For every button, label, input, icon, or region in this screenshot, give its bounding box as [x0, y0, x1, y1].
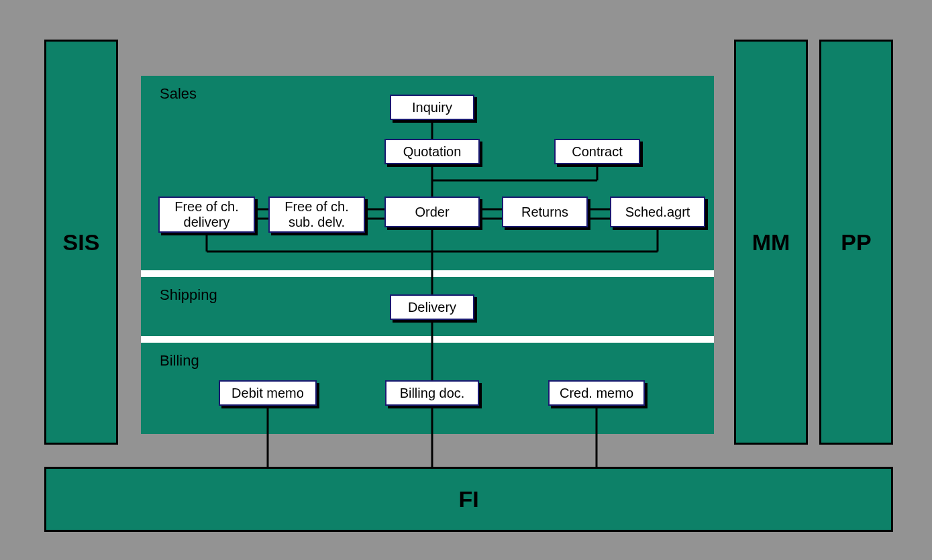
node-contract-label: Contract	[572, 144, 623, 160]
node-returns: Returns	[502, 197, 588, 227]
node-billing-doc-label: Billing doc.	[400, 386, 465, 401]
node-cred-memo: Cred. memo	[548, 380, 645, 406]
module-fi-label: FI	[458, 486, 478, 512]
section-sales-label: Sales	[160, 85, 197, 103]
node-sched-agrt-label: Sched.agrt	[625, 205, 690, 220]
node-debit-memo-label: Debit memo	[231, 386, 304, 401]
section-shipping-label: Shipping	[160, 286, 217, 304]
node-cred-memo-label: Cred. memo	[560, 386, 633, 401]
process-diagram: Sales Shipping Billing	[141, 76, 714, 434]
node-order: Order	[384, 197, 480, 227]
node-free-sub-delv-label: Free of ch. sub. delv.	[284, 199, 349, 230]
node-returns-label: Returns	[521, 205, 568, 220]
node-inquiry: Inquiry	[390, 95, 474, 120]
node-free-sub-delv: Free of ch. sub. delv.	[268, 197, 365, 233]
section-billing-label: Billing	[160, 352, 199, 370]
module-fi: FI	[44, 467, 893, 532]
module-mm-label: MM	[752, 229, 790, 256]
module-pp: PP	[819, 40, 893, 445]
module-mm: MM	[734, 40, 808, 445]
node-contract: Contract	[554, 139, 640, 164]
node-billing-doc: Billing doc.	[385, 380, 479, 406]
module-pp-label: PP	[841, 229, 871, 256]
node-sched-agrt: Sched.agrt	[610, 197, 705, 227]
node-delivery: Delivery	[390, 294, 474, 320]
node-inquiry-label: Inquiry	[412, 100, 452, 115]
node-delivery-label: Delivery	[408, 300, 456, 315]
node-quotation-label: Quotation	[403, 144, 462, 160]
module-sis-label: SIS	[63, 229, 100, 256]
node-quotation: Quotation	[384, 139, 480, 164]
module-sis: SIS	[44, 40, 118, 445]
node-debit-memo: Debit memo	[219, 380, 317, 406]
node-free-delivery-label: Free of ch. delivery	[174, 199, 239, 230]
node-order-label: Order	[415, 205, 449, 220]
node-free-delivery: Free of ch. delivery	[158, 197, 255, 233]
